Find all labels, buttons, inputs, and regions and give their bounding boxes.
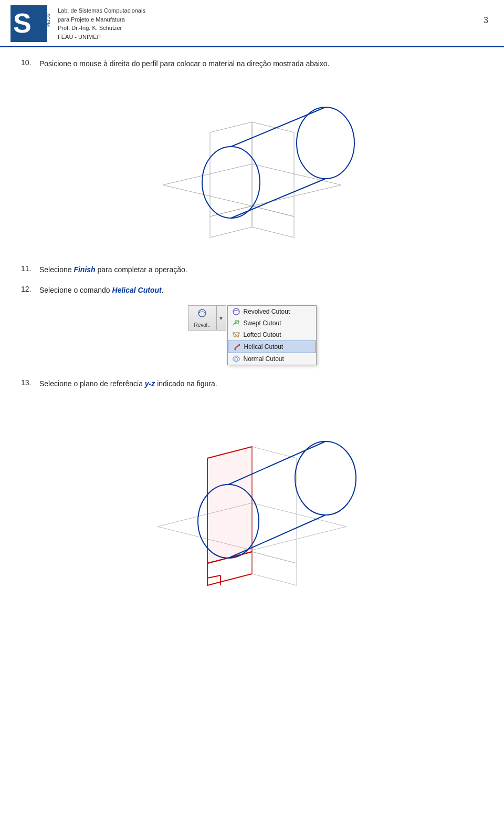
menu-item-helical[interactable]: Helical Cutout xyxy=(228,341,316,353)
step-12-before: Selecione o comando xyxy=(39,286,112,294)
step-11-text: Selecione Finish para completar a operaç… xyxy=(39,264,483,275)
revol-button-icon xyxy=(197,308,207,321)
lab-line2: para Projeto e Manufatura xyxy=(58,15,145,24)
step-13-yz: y-z xyxy=(145,379,155,388)
step-12-highlight: Helical Cutout xyxy=(112,286,162,294)
normal-cutout-icon xyxy=(232,355,240,363)
menu-dropdown: Revolved Cutout Swept Cutout xyxy=(227,305,317,365)
lab-line3: Prof. Dr.-Ing. K. Schützer xyxy=(58,24,145,33)
svg-line-12 xyxy=(231,179,326,218)
menu-popup: Revol.. ▼ Revolved Cutout xyxy=(188,305,317,365)
step-11: 11. Selecione Finish para completar a op… xyxy=(21,264,483,275)
step-11-number: 11. xyxy=(21,264,39,273)
step-13-text: Selecione o plano de referência y-z indi… xyxy=(39,378,483,389)
step-10-number: 10. xyxy=(21,58,39,67)
svg-point-14 xyxy=(233,308,239,315)
step-12-text: Selecione o comando Helical Cutout. xyxy=(39,284,483,296)
lab-line1: Lab. de Sistemas Computacionais xyxy=(58,6,145,15)
swept-cutout-icon xyxy=(232,319,240,327)
svg-marker-20 xyxy=(235,357,238,360)
step-11-highlight: Finish xyxy=(74,265,95,274)
step-12: 12. Selecione o comando Helical Cutout. xyxy=(21,284,483,296)
helical-cutout-icon xyxy=(233,343,241,351)
svg-point-13 xyxy=(198,310,206,317)
swept-cutout-label: Swept Cutout xyxy=(244,319,281,327)
svg-point-29 xyxy=(295,441,356,515)
step-13-after: indicado na figura. xyxy=(155,379,217,388)
revol-icon-svg xyxy=(197,308,207,318)
page-number: 3 xyxy=(484,16,488,25)
svg-text:SCPM: SCPM xyxy=(46,13,51,27)
helical-cutout-label: Helical Cutout xyxy=(244,343,284,351)
svg-marker-5 xyxy=(210,122,252,217)
step-11-after: para completar a operação. xyxy=(96,265,187,274)
menu-arrow-button[interactable]: ▼ xyxy=(217,305,226,331)
svg-marker-7 xyxy=(210,206,252,238)
svg-line-11 xyxy=(231,107,326,147)
svg-marker-22 xyxy=(207,447,252,563)
revolved-cutout-label: Revolved Cutout xyxy=(244,308,290,315)
cylinder-diagram-svg xyxy=(121,80,383,248)
step-12-number: 12. xyxy=(21,284,39,293)
main-content: 10. Posicione o mouse à direita do perfi… xyxy=(0,47,504,626)
lab-line4: FEAU - UNIMEP xyxy=(58,33,145,42)
cylinder-diagram-2-svg xyxy=(116,400,388,600)
svg-marker-8 xyxy=(252,206,294,238)
step-11-before: Selecione xyxy=(39,265,74,274)
header: S SCPM Lab. de Sistemas Computacionais p… xyxy=(0,0,504,47)
step-12-after: . xyxy=(162,286,164,294)
step-10-text: Posicione o mouse à direita do perfil pa… xyxy=(39,58,483,69)
svg-line-26 xyxy=(207,575,220,578)
svg-point-9 xyxy=(202,147,260,218)
step-13-before: Selecione o plano de referência xyxy=(39,379,145,388)
svg-point-10 xyxy=(297,107,354,179)
step-13: 13. Selecione o plano de referência y-z … xyxy=(21,378,483,389)
revol-button[interactable]: Revol.. xyxy=(188,305,217,331)
step-10: 10. Posicione o mouse à direita do perfi… xyxy=(21,58,483,69)
menu-item-normal[interactable]: Normal Cutout xyxy=(228,353,316,365)
menu-container: Revol.. ▼ Revolved Cutout xyxy=(21,305,483,365)
menu-item-swept[interactable]: Swept Cutout xyxy=(228,317,316,329)
lofted-cutout-icon xyxy=(232,331,240,339)
diagram-cylinder-1 xyxy=(21,80,483,248)
lofted-cutout-label: Lofted Cutout xyxy=(244,331,281,338)
header-text: Lab. de Sistemas Computacionais para Pro… xyxy=(58,6,145,41)
revol-button-label: Revol.. xyxy=(194,322,210,328)
revolved-cutout-icon xyxy=(232,307,240,316)
step-10-content: Posicione o mouse à direita do perfil pa… xyxy=(39,59,330,68)
menu-item-lofted[interactable]: Lofted Cutout xyxy=(228,329,316,341)
step-13-number: 13. xyxy=(21,378,39,387)
svg-marker-19 xyxy=(233,356,239,362)
menu-item-revolved[interactable]: Revolved Cutout xyxy=(228,306,316,317)
normal-cutout-label: Normal Cutout xyxy=(244,355,284,363)
arrow-icon: ▼ xyxy=(218,315,224,321)
diagram-cylinder-2 xyxy=(21,400,483,600)
svg-text:S: S xyxy=(13,8,32,38)
svg-marker-25 xyxy=(252,552,297,585)
company-logo: S SCPM xyxy=(10,5,52,42)
